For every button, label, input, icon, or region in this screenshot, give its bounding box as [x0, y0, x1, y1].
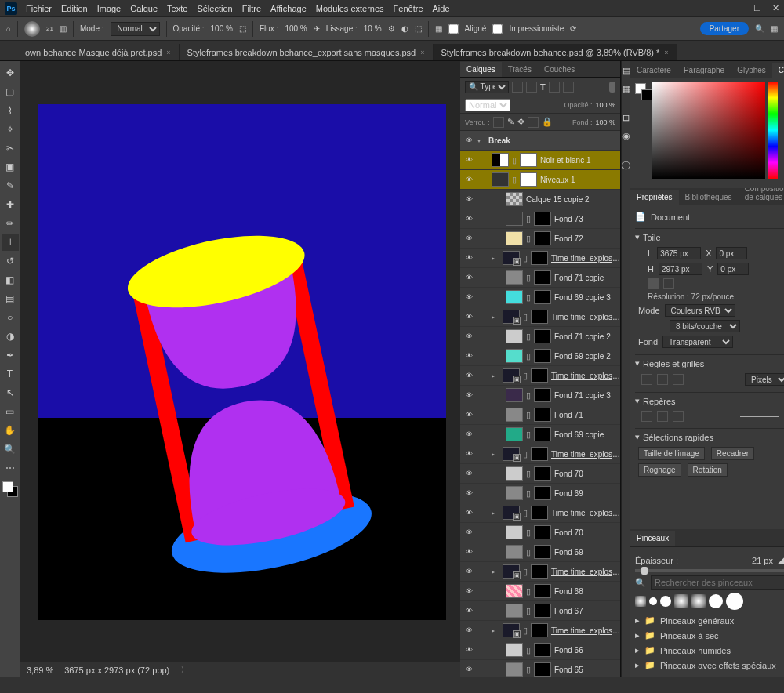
type-tool[interactable]: T — [2, 365, 19, 383]
panel-tab[interactable]: Paragraphe — [677, 63, 731, 78]
menu-fenêtre[interactable]: Fenêtre — [390, 2, 427, 15]
lock-artboard-icon[interactable] — [528, 117, 539, 128]
guide-icon-2[interactable] — [657, 411, 668, 422]
heal-tool[interactable]: ✚ — [2, 196, 19, 213]
visibility-icon[interactable]: 👁 — [463, 646, 474, 654]
panel-tab[interactable]: Propriétés — [630, 190, 679, 205]
blend-mode-layer-select[interactable]: Normal — [465, 99, 510, 111]
width-input[interactable] — [657, 247, 701, 259]
zoom-tool[interactable]: 🔍 — [2, 441, 19, 458]
filter-type-icon[interactable]: T — [540, 82, 546, 92]
menu-fichier[interactable]: Fichier — [22, 2, 56, 15]
eraser-tool[interactable]: ◧ — [2, 271, 19, 288]
layer-row[interactable]: 👁▯Fond 69 copie 2 — [460, 346, 620, 366]
layer-row[interactable]: 👁▯Fond 70 — [460, 464, 620, 484]
wand-tool[interactable]: ✧ — [2, 121, 19, 138]
menu-edition[interactable]: Edition — [57, 2, 92, 15]
bg-select[interactable]: Transparent — [662, 336, 733, 348]
impressionist-checkbox[interactable] — [492, 22, 503, 36]
bits-select[interactable]: 8 bits/couche — [670, 320, 740, 332]
brush-preset[interactable] — [649, 597, 657, 605]
visibility-icon[interactable]: 👁 — [463, 254, 474, 262]
visibility-icon[interactable]: 👁 — [463, 509, 474, 517]
menu-modules externes[interactable]: Modules externes — [312, 2, 388, 15]
layer-row[interactable]: 👁▸▣▯Time time_explosion RGB copie 9… — [460, 621, 620, 640]
panel-icon-3[interactable]: ⊞ — [622, 113, 630, 123]
visibility-icon[interactable]: 👁 — [463, 293, 474, 301]
visibility-icon[interactable]: 👁 — [463, 411, 474, 419]
menu-sélection[interactable]: Sélection — [193, 2, 236, 15]
menu-calque[interactable]: Calque — [126, 2, 162, 15]
hue-slider[interactable] — [768, 82, 778, 179]
layer-row[interactable]: 👁▸▣▯Time time_explosion RGB copie 7… — [460, 249, 620, 268]
visibility-icon[interactable]: 👁 — [463, 195, 474, 203]
marquee-tool[interactable]: ▢ — [2, 83, 19, 100]
opacity-value[interactable]: 100 % — [211, 24, 233, 33]
guides-section[interactable]: Repères — [643, 397, 676, 406]
brush-folder[interactable]: ▸📁Pinceaux humides — [635, 643, 784, 658]
visibility-icon[interactable]: 👁 — [463, 372, 474, 379]
panel-icon-4[interactable]: ◉ — [622, 131, 630, 141]
height-input[interactable] — [659, 263, 702, 275]
brush-preset[interactable] — [674, 594, 688, 608]
gradient-tool[interactable]: ▤ — [2, 290, 19, 307]
layer-row[interactable]: 👁▯Fond 67 — [460, 601, 620, 621]
canvas-area[interactable] — [20, 61, 460, 662]
layer-row[interactable]: 👁▯Fond 71 copie 2 — [460, 327, 620, 346]
close-icon[interactable]: ✕ — [772, 3, 779, 13]
brush-preset[interactable] — [709, 594, 723, 608]
visibility-icon[interactable]: 👁 — [463, 391, 474, 399]
visibility-icon[interactable]: 👁 — [463, 528, 474, 536]
tab-close-icon[interactable]: × — [420, 49, 424, 56]
tab-close-icon[interactable]: × — [166, 49, 170, 56]
visibility-icon[interactable]: 👁 — [463, 607, 474, 615]
color-field[interactable] — [652, 82, 765, 179]
fill-value[interactable]: 100 % — [595, 118, 615, 126]
layer-row[interactable]: 👁Calque 15 copie 2 — [460, 190, 620, 209]
quicksel-section[interactable]: Sélections rapides — [643, 433, 713, 442]
panel-icon-5[interactable]: ⓘ — [622, 160, 630, 172]
layer-row[interactable]: 👁▯Fond 69 copie — [460, 425, 620, 444]
search-icon[interactable]: 🔍 — [755, 24, 764, 33]
layer-row[interactable]: 👁▯Fond 66 — [460, 640, 620, 660]
thickness-slider[interactable] — [635, 569, 784, 572]
history-brush-tool[interactable]: ↺ — [2, 252, 19, 270]
menu-image[interactable]: Image — [93, 2, 125, 15]
x-input[interactable] — [716, 247, 747, 259]
brush-tab[interactable]: Pinceaux — [630, 531, 675, 546]
layer-row[interactable]: 👁▯Fond 71 copie — [460, 268, 620, 288]
brush-preset[interactable] — [635, 596, 646, 607]
menu-affichage[interactable]: Affichage — [267, 2, 310, 15]
visibility-icon[interactable]: 👁 — [463, 176, 474, 183]
layer-row[interactable]: 👁▸▣▯Time time_explosion RGB copie 10… — [460, 562, 620, 582]
shape-tool[interactable]: ▭ — [2, 403, 19, 420]
filter-smart-icon[interactable] — [563, 82, 574, 93]
layer-row[interactable]: 👁▸▣▯Time time_explosion RGB copie 13… — [460, 307, 620, 327]
thickness-value[interactable]: 21 px — [752, 556, 773, 565]
layer-row[interactable]: 👁▯Fond 73 — [460, 209, 620, 229]
crop-tool[interactable]: ✂ — [2, 140, 19, 157]
doc-tab[interactable]: Styleframes breakdown behance_export san… — [180, 44, 434, 60]
lock-trans-icon[interactable] — [493, 117, 504, 128]
layer-row[interactable]: 👁▯Fond 72 — [460, 229, 620, 249]
chevron-down-icon[interactable]: ▾ — [477, 137, 485, 144]
canvas-section[interactable]: Toile — [643, 233, 661, 242]
color-fg-bg[interactable] — [635, 83, 652, 100]
brush-options-icon[interactable]: ⟳ — [570, 24, 576, 33]
lock-paint-icon[interactable]: ✎ — [507, 117, 514, 127]
lasso-tool[interactable]: ⌇ — [2, 102, 19, 119]
trim-button[interactable]: Rognage — [638, 463, 681, 477]
crop-button[interactable]: Recadrer — [711, 447, 754, 460]
units-select[interactable]: Pixels — [745, 373, 784, 386]
layer-row[interactable]: 👁▯Fond 69 — [460, 542, 620, 562]
panel-tab[interactable]: Caractère — [630, 63, 677, 78]
visibility-icon[interactable]: 👁 — [463, 587, 474, 595]
edit-toolbar[interactable]: ⋯ — [2, 459, 19, 477]
visibility-icon[interactable]: 👁 — [463, 332, 474, 340]
panel-tab-tracés[interactable]: Tracés — [502, 62, 538, 77]
rotate-button[interactable]: Rotation — [688, 463, 728, 477]
visibility-icon[interactable]: 👁 — [463, 156, 474, 164]
panel-tab-calques[interactable]: Calques — [460, 62, 502, 77]
brush-preset[interactable] — [691, 594, 706, 608]
layer-list[interactable]: 👁▾Break👁▯Noir et blanc 1👁▯Niveaux 1👁Calq… — [460, 131, 620, 677]
